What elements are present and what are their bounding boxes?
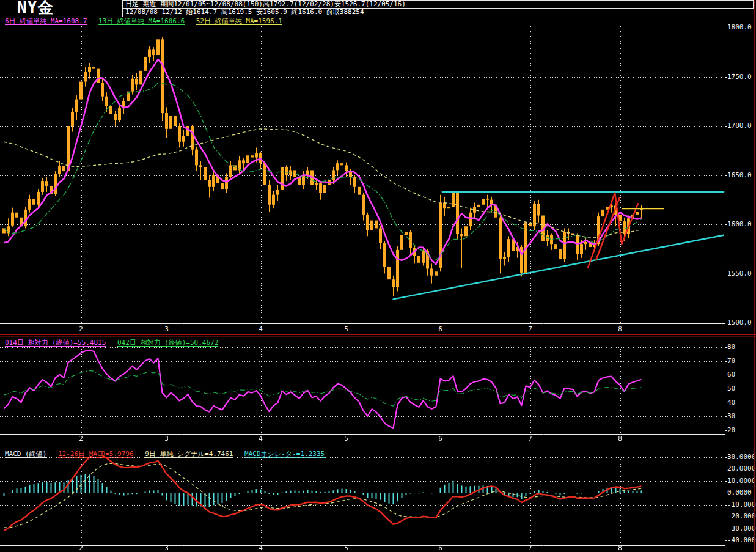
main-price-tick-label: 1650.0 xyxy=(727,172,752,179)
rsi-chart-canvas[interactable] xyxy=(0,346,727,436)
right-edge-accent xyxy=(754,0,755,552)
legend-ma52[interactable]: 52日 終値単純 MA=1596.1 xyxy=(196,17,282,25)
main-price-tick-label: 1500.0 xyxy=(727,319,752,326)
rsi-month-label: 6 xyxy=(435,435,447,443)
main-month-label: 5 xyxy=(340,326,353,333)
instrument-title: NY金 xyxy=(17,0,54,16)
main-price-axis: 1800.01750.01700.01650.01600.01550.01500… xyxy=(727,26,756,325)
macd-month-label: 2 xyxy=(75,545,87,552)
macd-tick-label: 0.0000 xyxy=(727,489,752,496)
macd-tick-label: -20.0000 xyxy=(727,513,756,520)
macd-month-label: 6 xyxy=(435,545,447,552)
main-price-chart-canvas[interactable] xyxy=(0,26,727,325)
rsi-tick-label: 80 xyxy=(727,344,735,351)
macd-month-label: 4 xyxy=(255,545,267,552)
macd-tick-label: 30.0000 xyxy=(727,454,755,461)
period-info-line: 日足 期近 期間12/01/05~12/08/08(150)高1792.7(12… xyxy=(122,0,754,9)
main-price-tick-label: 1800.0 xyxy=(727,24,752,31)
macd-chart-canvas[interactable] xyxy=(0,456,727,548)
rsi-axis: 80706050403020 xyxy=(727,346,756,436)
panel-separator-shadow xyxy=(0,336,756,337)
panel-separator-line xyxy=(0,334,756,335)
rsi-tick-label: 20 xyxy=(727,427,735,434)
rsi-tick-label: 30 xyxy=(727,413,735,420)
main-month-label: 2 xyxy=(75,326,87,333)
macd-tick-label: -10.0000 xyxy=(727,501,756,509)
macd-month-label: 3 xyxy=(161,545,173,552)
main-time-axis: 2345678 xyxy=(0,326,727,333)
macd-month-label: 7 xyxy=(524,545,537,552)
rsi-month-label: 3 xyxy=(161,435,173,443)
rsi-tick-label: 70 xyxy=(727,358,735,365)
main-price-tick-label: 1600.0 xyxy=(727,221,752,228)
main-price-tick-label: 1700.0 xyxy=(727,122,752,130)
rsi-month-label: 5 xyxy=(340,435,353,443)
main-month-label: 6 xyxy=(435,326,447,333)
legend-ma6[interactable]: 6日 終値単純 MA=1608.7 xyxy=(5,17,87,25)
main-price-tick-label: 1750.0 xyxy=(727,73,752,81)
macd-tick-label: 10.0000 xyxy=(727,477,755,485)
rsi-month-label: 7 xyxy=(524,435,537,443)
macd-tick-label: -30.0000 xyxy=(727,525,756,532)
chart-app-window: NY金 日足 期近 期間12/01/05~12/08/08(150)高1792.… xyxy=(0,0,756,552)
rsi-month-label: 2 xyxy=(75,435,87,443)
macd-month-label: 8 xyxy=(614,545,626,552)
macd-axis: 30.000020.000010.00000.0000-10.0000-20.0… xyxy=(727,456,756,548)
macd-time-axis: 2345678 xyxy=(0,545,727,552)
rsi-month-label: 8 xyxy=(614,435,626,443)
macd-month-label: 5 xyxy=(340,545,353,552)
macd-tick-label: -40.0000 xyxy=(727,537,756,544)
rsi-tick-label: 60 xyxy=(727,371,735,378)
quote-info-line: 12/08/08 12/12 始1614.7 高1619.5 安1605.9 終… xyxy=(122,9,754,17)
rsi-time-axis: 2345678 xyxy=(0,435,727,443)
rsi-month-label: 4 xyxy=(255,435,267,443)
legend-ma13[interactable]: 13日 終値単純 MA=1606.6 xyxy=(98,17,185,25)
main-price-tick-label: 1550.0 xyxy=(727,270,752,278)
main-chart-legend: 6日 終値単純 MA=1608.7 13日 終値単純 MA=1606.6 52日… xyxy=(5,18,290,25)
rsi-tick-label: 50 xyxy=(727,385,735,392)
main-month-label: 8 xyxy=(614,326,626,333)
rsi-tick-label: 40 xyxy=(727,399,735,407)
main-month-label: 4 xyxy=(255,326,267,333)
main-month-label: 7 xyxy=(524,326,537,333)
macd-tick-label: 20.0000 xyxy=(727,465,755,473)
main-month-label: 3 xyxy=(161,326,173,333)
